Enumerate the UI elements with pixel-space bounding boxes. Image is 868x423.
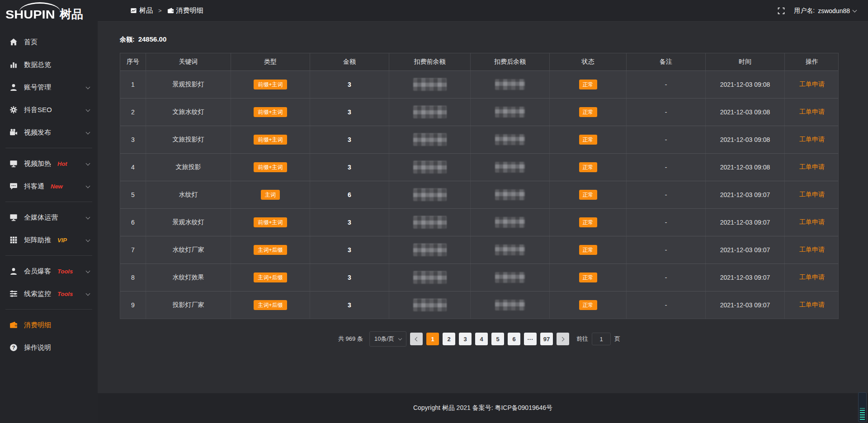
next-page-button[interactable] (557, 333, 569, 345)
row-index-cell: 5 (120, 181, 146, 208)
more-pages-button[interactable]: ··· (524, 333, 537, 345)
chevron-down-icon (86, 130, 90, 135)
floating-widget[interactable] (858, 392, 867, 422)
action-cell: 工单申请 (785, 236, 839, 263)
ticket-request-link[interactable]: 工单申请 (799, 301, 825, 309)
balance-label: 余额: (120, 36, 135, 43)
balance-after-cell (471, 209, 550, 236)
sidebar-divider (5, 309, 92, 310)
ticket-request-link[interactable]: 工单申请 (799, 273, 825, 282)
sidebar-divider (5, 202, 92, 202)
page-button-2[interactable]: 2 (443, 333, 455, 345)
sidebar-item-抖音SEO[interactable]: 抖音SEO (0, 99, 98, 121)
table-row: 9投影灯厂家主词+后缀3正常-2021-12-03 09:07工单申请 (120, 291, 838, 319)
status-cell: 正常 (550, 71, 627, 98)
chevron-down-icon (86, 291, 90, 296)
sidebar-badge: Hot (57, 160, 67, 167)
type-badge: 前缀+主词 (254, 162, 287, 172)
goto-page-input[interactable] (592, 333, 611, 345)
balance-after-cell (471, 71, 550, 98)
redacted-value (413, 161, 447, 174)
balance-after-cell (471, 264, 550, 291)
sidebar: SHUPIN 树品 首页数据总览账号管理抖音SEO视频发布视频加热Hot抖客通N… (0, 0, 98, 423)
status-cell: 正常 (550, 99, 627, 126)
table-row: 7水纹灯厂家主词+后缀3正常-2021-12-03 09:07工单申请 (120, 236, 838, 263)
sidebar-item-label: 视频加热 (24, 160, 51, 168)
sidebar-item-抖客通[interactable]: 抖客通New (0, 175, 98, 197)
amount-cell: 3 (310, 209, 389, 236)
sidebar-item-会员爆客[interactable]: 会员爆客Tools (0, 260, 98, 282)
chevron-down-icon (86, 161, 90, 166)
amount-cell: 3 (310, 291, 389, 319)
redacted-value (495, 272, 525, 283)
balance-value: 24856.00 (138, 35, 167, 43)
sidebar-item-视频加热[interactable]: 视频加热Hot (0, 152, 98, 175)
type-badge: 主词+后缀 (254, 300, 287, 310)
page-button-3[interactable]: 3 (459, 333, 472, 345)
page-button-1[interactable]: 1 (426, 333, 439, 345)
page-button-6[interactable]: 6 (508, 333, 520, 345)
type-cell: 主词+后缀 (231, 291, 310, 319)
column-header-类型: 类型 (231, 53, 310, 70)
status-badge: 正常 (579, 300, 597, 310)
redacted-value (413, 244, 447, 256)
redacted-value (495, 244, 525, 255)
ticket-request-link[interactable]: 工单申请 (799, 80, 825, 89)
page-size-select[interactable]: 10条/页 (369, 331, 406, 347)
sidebar-badge: Tools (57, 268, 73, 275)
sidebar-item-全媒体运营[interactable]: 全媒体运营 (0, 206, 98, 229)
action-cell: 工单申请 (785, 181, 839, 208)
row-index-cell: 6 (120, 209, 146, 236)
action-cell: 工单申请 (785, 209, 839, 236)
question-icon: ? (9, 343, 18, 352)
breadcrumb-item-树品[interactable]: 树品 (130, 6, 153, 15)
page-button-4[interactable]: 4 (475, 333, 488, 345)
chevron-right-icon (560, 337, 565, 341)
sidebar-item-数据总览[interactable]: 数据总览 (0, 53, 98, 76)
ticket-request-link[interactable]: 工单申请 (799, 218, 825, 226)
main-content: 余额:24856.00 序号关键词类型金额扣费前余额扣费后余额状态备注时间操作 … (98, 22, 868, 393)
sidebar-item-label: 消费明细 (24, 321, 51, 329)
ticket-request-link[interactable]: 工单申请 (799, 163, 825, 171)
amount-cell: 3 (310, 99, 389, 126)
prev-page-button[interactable] (410, 333, 423, 345)
amount-cell: 6 (310, 181, 389, 208)
page-button-97[interactable]: 97 (540, 333, 553, 345)
ticket-request-link[interactable]: 工单申请 (799, 108, 825, 116)
redacted-value (413, 133, 447, 146)
sidebar-item-矩阵助推[interactable]: 矩阵助推VIP (0, 229, 98, 251)
amount-cell: 3 (310, 71, 389, 98)
redacted-value (495, 189, 525, 200)
screen-icon (9, 160, 18, 168)
sidebar-item-操作说明[interactable]: ?操作说明 (0, 336, 98, 359)
redacted-value (495, 79, 525, 90)
user-menu[interactable]: 用户名: zswodun88 (794, 7, 856, 15)
fullscreen-icon[interactable] (778, 7, 785, 14)
copyright-text: Copyright 树品 2021 备案号: 粤ICP备09019646号 (413, 404, 552, 412)
type-cell: 主词+后缀 (231, 264, 310, 291)
chevron-down-icon (86, 238, 90, 242)
ticket-request-link[interactable]: 工单申请 (799, 246, 825, 254)
keyword-cell: 景观水纹灯 (146, 209, 231, 236)
sidebar-item-线索监控[interactable]: 线索监控Tools (0, 282, 98, 305)
goto-page: 前往页 (576, 333, 620, 345)
sidebar-item-首页[interactable]: 首页 (0, 31, 98, 53)
ticket-request-link[interactable]: 工单申请 (799, 191, 825, 199)
redacted-value (413, 271, 447, 284)
remark-cell: - (627, 264, 706, 291)
action-cell: 工单申请 (785, 264, 839, 291)
goto-label: 前往 (576, 335, 588, 343)
consumption-table: 序号关键词类型金额扣费前余额扣费后余额状态备注时间操作 1景观投影灯前缀+主词3… (120, 53, 839, 319)
table-row: 2文旅水纹灯前缀+主词3正常-2021-12-03 09:08工单申请 (120, 98, 838, 126)
keyword-cell: 水纹灯厂家 (146, 236, 231, 263)
row-index-cell: 7 (120, 236, 146, 263)
balance-before-cell (389, 126, 471, 153)
breadcrumb-item-消费明细[interactable]: 消费明细 (167, 6, 203, 15)
remark-cell: - (627, 209, 706, 236)
ticket-request-link[interactable]: 工单申请 (799, 136, 825, 144)
sidebar-item-账号管理[interactable]: 账号管理 (0, 76, 98, 99)
page-button-5[interactable]: 5 (491, 333, 504, 345)
sidebar-item-视频发布[interactable]: 视频发布 (0, 121, 98, 144)
table-row: 4文旅投影前缀+主词3正常-2021-12-03 09:08工单申请 (120, 153, 838, 181)
sidebar-item-消费明细[interactable]: 消费明细 (0, 314, 98, 336)
